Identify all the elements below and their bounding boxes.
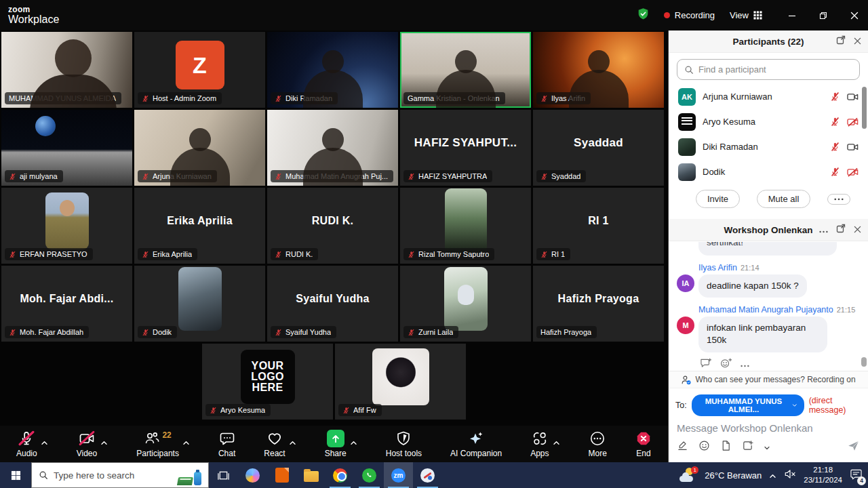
participants-more-button[interactable] (827, 194, 850, 205)
message-sender[interactable]: Ilyas Arifin (698, 263, 737, 272)
apps-options-chevron[interactable] (553, 436, 560, 448)
security-shield-icon[interactable] (637, 7, 649, 23)
video-tile[interactable]: Hafizh Prayoga Hafizh Prayoga (533, 266, 664, 342)
video-tile[interactable]: MUHAMMAD YUNUS ALMEIDA (1, 32, 132, 108)
participant-row[interactable]: Diki Ramadan (669, 134, 868, 159)
chat-privacy-notice[interactable]: Who can see your messages? Recording on (669, 371, 868, 388)
notification-center-button[interactable]: 4 (850, 468, 863, 483)
start-button[interactable] (0, 462, 31, 488)
view-label: View (730, 10, 749, 20)
copilot-icon[interactable] (238, 462, 267, 488)
chat-pop-out-icon[interactable] (836, 224, 846, 236)
recording-indicator[interactable]: Recording (664, 10, 715, 20)
audio-options-chevron[interactable] (41, 436, 48, 448)
video-tile[interactable]: Syaiful Yudha Syaiful Yudha (267, 266, 398, 342)
more-button[interactable]: More (589, 430, 607, 458)
chrome-icon[interactable] (326, 462, 355, 488)
video-tile[interactable]: Syaddad Syaddad (533, 110, 664, 186)
video-tile[interactable]: Ilyas Arifin (533, 32, 664, 108)
pdf-app-icon[interactable] (267, 462, 296, 488)
video-tile[interactable]: Diki Ramadan (267, 32, 398, 108)
close-chat-icon[interactable] (854, 224, 861, 236)
clock[interactable]: 21:18 23/11/2024 (804, 465, 842, 485)
message-sender[interactable]: Muhamad Matin Anugrah Pujayanto (698, 305, 833, 314)
chat-more-icon[interactable] (819, 224, 828, 236)
search-icon (39, 470, 48, 480)
video-tile[interactable]: YOUR LOGO HERE Aryo Kesuma (202, 344, 333, 420)
weather-icon[interactable]: 1 (679, 468, 697, 483)
task-view-button[interactable] (209, 462, 238, 488)
video-tile-active-speaker[interactable]: Gamma Kristian - Onlenkan (400, 32, 531, 108)
screenshot-icon[interactable] (742, 440, 753, 454)
participant-row[interactable]: AK Arjuna Kurniawan (669, 84, 868, 109)
taskbar-search-input[interactable] (54, 470, 149, 481)
video-tile[interactable]: ERFAN PRASETYO (1, 188, 132, 264)
emoji-icon[interactable] (698, 440, 710, 454)
video-tile[interactable]: Rizal Tommy Saputro (400, 188, 531, 264)
chat-message-list[interactable]: sertifikat! IA Ilyas Arifin21:14 deadlin… (669, 241, 868, 371)
taskbar-search-box[interactable] (31, 462, 209, 488)
video-tile[interactable]: Arjuna Kurniawan (134, 110, 265, 186)
host-tools-button[interactable]: Host tools (386, 430, 422, 458)
participant-row[interactable]: Dodik (669, 159, 868, 184)
video-tile[interactable]: aji mulyana (1, 110, 132, 186)
invite-button[interactable]: Invite (696, 190, 740, 208)
attach-file-icon[interactable] (720, 440, 732, 454)
video-tile[interactable]: Dodik (134, 266, 265, 342)
zoom-app-icon[interactable]: zm (384, 462, 413, 488)
search-highlight-illustration[interactable] (178, 463, 201, 487)
whatsapp-icon[interactable] (355, 462, 384, 488)
compose-more-chevron[interactable] (764, 441, 770, 453)
participants-options-chevron[interactable] (182, 436, 190, 448)
reply-icon[interactable] (700, 358, 711, 371)
video-options-chevron[interactable] (100, 436, 108, 448)
snipping-app-icon[interactable] (413, 462, 442, 488)
video-tile[interactable]: RI 1 RI 1 (533, 188, 664, 264)
message-input[interactable]: Message Workshop Onlenkan (669, 418, 868, 434)
format-icon[interactable] (677, 440, 688, 454)
send-message-button[interactable] (847, 439, 860, 454)
video-tile[interactable]: HAFIZ SYAHPUT... HAFIZ SYAHPUTRA (400, 110, 531, 186)
participant-row[interactable]: Aryo Kesuma (669, 109, 868, 134)
close-window-button[interactable] (850, 12, 859, 20)
ai-companion-button[interactable]: AI Companion (450, 430, 502, 458)
participant-search-box[interactable] (677, 59, 860, 80)
chat-scrollbar[interactable] (861, 357, 867, 367)
mute-all-button[interactable]: Mute all (757, 190, 811, 208)
video-tile[interactable]: Z Host - Admin Zoom (134, 32, 265, 108)
react-button[interactable]: React (264, 430, 285, 458)
volume-muted-icon[interactable] (784, 469, 796, 482)
close-participants-icon[interactable] (854, 35, 861, 47)
apps-button[interactable]: Apps (530, 430, 549, 458)
video-button[interactable]: Video (77, 430, 97, 458)
pop-out-icon[interactable] (836, 35, 846, 47)
end-meeting-button[interactable]: End (635, 430, 652, 458)
video-tile[interactable]: RUDI K. RUDI K. (267, 188, 398, 264)
participants-button[interactable]: 22 Participants (136, 430, 179, 458)
participants-scrollbar[interactable] (862, 87, 867, 129)
weather-widget[interactable]: 26°C Berawan (705, 470, 762, 481)
muted-mic-icon (830, 167, 840, 177)
add-reaction-icon[interactable] (720, 358, 732, 371)
share-button[interactable]: Share (325, 430, 347, 458)
restore-button[interactable] (819, 12, 827, 20)
recipient-selector[interactable]: MUHAMMAD YUNUS ALMEI... (692, 394, 804, 416)
chat-message: M Muhamad Matin Anugrah Pujayanto21:15 i… (675, 305, 861, 352)
video-tile[interactable]: Zurni Laila (400, 266, 531, 342)
ai-companion-label: AI Companion (450, 449, 502, 458)
view-button[interactable]: View (730, 10, 762, 20)
audio-label: Audio (16, 449, 37, 458)
search-input[interactable] (698, 64, 852, 75)
tray-expand-chevron[interactable] (769, 469, 776, 481)
video-tile[interactable]: Afif Fw (335, 344, 466, 420)
chat-button[interactable]: Chat (218, 430, 235, 458)
share-options-chevron[interactable] (350, 436, 357, 448)
file-explorer-icon[interactable] (296, 462, 326, 488)
video-tile[interactable]: Moh. Fajar Abdi... Moh. Fajar Abdillah (1, 266, 132, 342)
audio-button[interactable]: Audio (16, 430, 37, 458)
minimize-button[interactable] (788, 12, 796, 20)
video-tile[interactable]: Erika Aprilia Erika Aprilia (134, 188, 265, 264)
react-options-chevron[interactable] (289, 436, 296, 448)
video-tile[interactable]: Muhamad Matin Anugrah Puj... (267, 110, 398, 186)
message-more-icon[interactable] (741, 358, 749, 370)
